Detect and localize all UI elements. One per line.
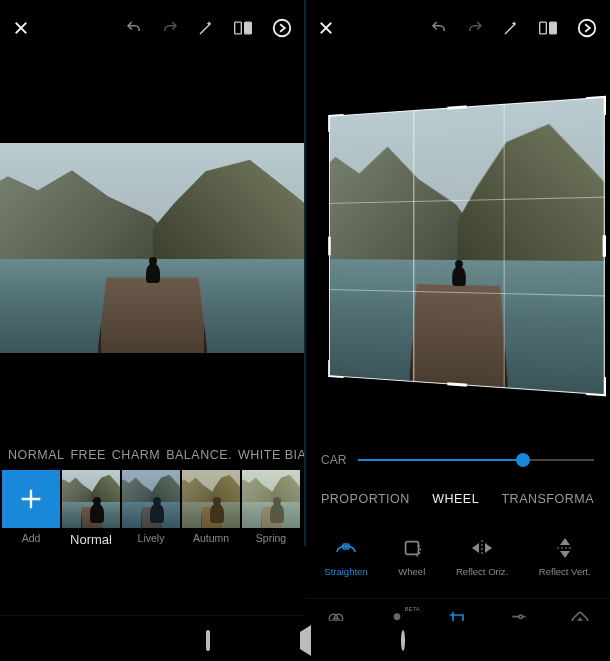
svg-point-12 <box>579 20 596 37</box>
tool-row: Straighten Wheel Reflect Oriz. Reflect V… <box>305 514 610 598</box>
crop-frame[interactable] <box>329 97 605 396</box>
filter-category-row[interactable]: NORMAL FREE CHARM BALANCE. WHITE BIA <box>0 440 305 470</box>
crop-category-row: PROPORTION WHEEL TRANSFORMA <box>305 484 610 514</box>
compare-icon[interactable] <box>233 19 253 37</box>
close-icon[interactable] <box>317 19 335 37</box>
filter-cat[interactable]: NORMAL <box>8 448 64 462</box>
filter-autumn[interactable]: Autumn <box>182 470 240 554</box>
svg-rect-10 <box>540 22 547 34</box>
filter-normal[interactable]: Normal <box>62 470 120 554</box>
svg-rect-0 <box>235 22 242 34</box>
confirm-icon[interactable] <box>271 17 293 39</box>
cat-wheel[interactable]: WHEEL <box>432 492 479 506</box>
tool-wheel[interactable]: Wheel <box>398 536 425 577</box>
filter-cat[interactable]: FREE <box>70 448 105 462</box>
filter-cat[interactable]: CHARM <box>112 448 160 462</box>
perspective-slider-row: CAR <box>305 436 610 484</box>
nav-home-icon[interactable] <box>401 632 405 650</box>
tool-reflect-vertical[interactable]: Reflect Vert. <box>539 536 591 577</box>
photo-preview <box>0 143 305 353</box>
magic-wand-icon[interactable] <box>502 19 520 37</box>
svg-rect-15 <box>405 541 418 554</box>
filter-spring[interactable]: Spring <box>242 470 300 554</box>
svg-point-2 <box>274 20 291 37</box>
cat-transform[interactable]: TRANSFORMA <box>501 492 594 506</box>
redo-icon[interactable] <box>161 19 179 37</box>
filter-cat[interactable]: BALANCE. <box>166 448 232 462</box>
confirm-icon[interactable] <box>576 17 598 39</box>
compare-icon[interactable] <box>538 19 558 37</box>
screen-filters: NORMAL FREE CHARM BALANCE. WHITE BIA Add… <box>0 0 305 661</box>
nav-back-icon[interactable] <box>300 632 311 650</box>
slider-label: CAR <box>321 453 346 467</box>
canvas[interactable] <box>0 56 305 440</box>
svg-rect-1 <box>245 22 252 34</box>
undo-icon[interactable] <box>125 19 143 37</box>
undo-icon[interactable] <box>430 19 448 37</box>
tool-straighten[interactable]: Straighten <box>324 536 367 577</box>
redo-icon[interactable] <box>466 19 484 37</box>
nav-recent-icon[interactable] <box>206 632 210 650</box>
canvas[interactable] <box>305 56 610 436</box>
topbar <box>305 0 610 56</box>
topbar <box>0 0 305 56</box>
filter-cat[interactable]: WHITE BIA <box>238 448 305 462</box>
filter-lively[interactable]: Lively <box>122 470 180 554</box>
screen-crop: CAR PROPORTION WHEEL TRANSFORMA Straight… <box>305 0 610 661</box>
tool-reflect-horizontal[interactable]: Reflect Oriz. <box>456 536 508 577</box>
magic-wand-icon[interactable] <box>197 19 215 37</box>
screen-divider <box>304 0 306 546</box>
svg-point-20 <box>519 615 522 618</box>
filter-add[interactable]: Add <box>2 470 60 554</box>
close-icon[interactable] <box>12 19 30 37</box>
svg-point-14 <box>345 545 347 547</box>
svg-rect-11 <box>550 22 557 34</box>
android-nav-bar <box>0 621 610 661</box>
cat-proportion[interactable]: PROPORTION <box>321 492 410 506</box>
filter-strip[interactable]: Add Normal Lively Autumn Spring <box>0 470 305 554</box>
perspective-slider[interactable] <box>358 459 594 461</box>
svg-point-19 <box>393 613 400 620</box>
